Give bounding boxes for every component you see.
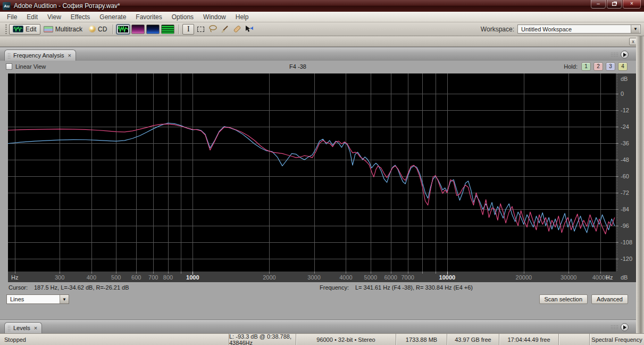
linear-view-checkbox[interactable] <box>6 63 12 70</box>
waveform-display-icon <box>117 25 129 34</box>
advanced-button[interactable]: Advanced <box>591 294 628 304</box>
minimize-button[interactable]: – <box>591 0 606 9</box>
spectral-pan-display-button[interactable] <box>146 24 160 34</box>
chevron-down-icon[interactable]: ▼ <box>631 25 640 33</box>
status-level-readout: L: -93.3 dB @ 0:38.788, 43846Hz <box>229 334 296 345</box>
window-right-edge <box>636 36 644 333</box>
svg-text:10000: 10000 <box>439 274 456 281</box>
app-logo-icon[interactable]: Au <box>3 2 11 10</box>
svg-text:30000: 30000 <box>561 274 577 281</box>
cd-view-label: CD <box>98 26 107 33</box>
status-empty <box>558 334 589 345</box>
svg-text:-36: -36 <box>621 140 629 146</box>
levels-tab-bar: Levels × <box>0 319 636 333</box>
svg-text:-48: -48 <box>621 157 629 163</box>
close-button[interactable]: × <box>623 0 641 9</box>
spot-healing-brush-tool-button[interactable] <box>231 24 243 35</box>
frequency-analysis-controls: Linear View F4 -38 Hold: 1 2 3 4 <box>0 61 636 73</box>
cd-icon <box>89 26 96 32</box>
tab-close-icon[interactable]: × <box>68 53 71 58</box>
cd-view-button[interactable]: CD <box>86 24 110 34</box>
toolbar: Edit Multitrack CD I Workspace: Untitled… <box>0 22 644 36</box>
menu-item-file[interactable]: File <box>2 12 22 22</box>
menu-item-generate[interactable]: Generate <box>95 12 131 22</box>
waveform-icon <box>13 26 23 32</box>
tab-grip-icon <box>7 325 11 331</box>
healing-bandage-icon <box>233 25 241 33</box>
hold-button-3[interactable]: 3 <box>606 62 615 71</box>
levels-tab[interactable]: Levels × <box>4 322 42 333</box>
scan-selection-button[interactable]: Scan selection <box>539 294 588 304</box>
hold-button-4[interactable]: 4 <box>618 62 628 71</box>
svg-text:dB: dB <box>621 76 628 82</box>
edit-view-label: Edit <box>26 26 37 33</box>
svg-text:-96: -96 <box>621 223 629 229</box>
menu-bar: File Edit View Effects Generate Favorite… <box>0 12 644 22</box>
svg-text:500: 500 <box>111 274 121 281</box>
status-bar: Stopped L: -93.3 dB @ 0:38.788, 43846Hz … <box>0 333 644 345</box>
multitrack-view-label: Multitrack <box>55 26 82 33</box>
lasso-selection-tool-button[interactable] <box>207 24 219 35</box>
menu-item-favorites[interactable]: Favorites <box>131 12 166 22</box>
menu-item-options[interactable]: Options <box>167 12 198 22</box>
menu-item-help[interactable]: Help <box>231 12 254 22</box>
tab-grip-icon <box>7 53 11 59</box>
frequency-analysis-tab[interactable]: Frequency Analysis × <box>4 50 76 61</box>
waveform-display-button[interactable] <box>116 24 130 34</box>
hold-button-2[interactable]: 2 <box>593 62 603 71</box>
chevron-down-icon[interactable]: ▼ <box>60 295 69 303</box>
hold-label: Hold: <box>564 63 578 70</box>
svg-text:0: 0 <box>621 91 624 97</box>
frequency-chart[interactable]: 3004005006007008001000200030004000500060… <box>8 73 636 282</box>
toolbar-separator <box>179 24 180 34</box>
paintbrush-icon <box>221 25 229 33</box>
display-mode-select[interactable]: Lines ▼ <box>6 294 69 304</box>
svg-text:Hz: Hz <box>606 274 613 281</box>
frequency-readouts: Cursor: 187.5 Hz, L=-34.62 dB, R=-26.21 … <box>0 283 636 293</box>
svg-text:700: 700 <box>148 274 158 281</box>
hold-button-1[interactable]: 1 <box>581 62 591 71</box>
svg-text:300: 300 <box>55 274 64 281</box>
title-bar: Au Adobe Audition - София Ротару.wav* – … <box>0 0 644 12</box>
status-file-size: 1733.88 MB <box>396 334 447 345</box>
svg-text:-12: -12 <box>621 107 629 113</box>
svg-text:800: 800 <box>163 274 173 281</box>
effects-paintbrush-tool-button[interactable] <box>219 24 231 35</box>
status-sample-format: 96000 • 32-bit • Stereo <box>296 334 396 345</box>
spectral-frequency-display-button[interactable] <box>131 24 145 34</box>
cursor-label: Cursor: <box>9 284 28 291</box>
scrub-tool-button[interactable] <box>244 24 255 35</box>
edit-view-button[interactable]: Edit <box>9 24 40 35</box>
menu-item-window[interactable]: Window <box>198 12 231 22</box>
frequency-value: L= 341.61 Hz (F4 -38), R= 330.84 Hz (E4 … <box>355 284 473 291</box>
restore-button[interactable] <box>607 0 622 9</box>
marquee-selection-tool-button[interactable] <box>195 24 206 35</box>
svg-text:1000: 1000 <box>186 274 199 281</box>
svg-text:-24: -24 <box>621 124 629 130</box>
svg-text:7000: 7000 <box>401 274 414 281</box>
toolbar-grip[interactable] <box>5 24 7 34</box>
panel-menu-button[interactable] <box>621 323 629 331</box>
workspace-select[interactable]: Untitled Workspace ▼ <box>517 24 641 34</box>
svg-text:-72: -72 <box>621 190 629 196</box>
note-readout: F4 -38 <box>266 63 330 70</box>
frequency-chart-svg[interactable]: 3004005006007008001000200030004000500060… <box>8 73 636 282</box>
tab-close-icon[interactable]: × <box>34 325 37 331</box>
frequency-analysis-tab-bar: Frequency Analysis × <box>0 47 636 61</box>
window-title: Adobe Audition - София Ротару.wav* <box>14 2 120 10</box>
dock-strip: x <box>0 36 644 47</box>
svg-text:2000: 2000 <box>263 274 275 281</box>
toolbar-separator <box>113 24 114 34</box>
multitrack-view-button[interactable]: Multitrack <box>40 24 86 34</box>
menu-item-effects[interactable]: Effects <box>66 12 95 22</box>
menu-item-view[interactable]: View <box>43 12 66 22</box>
svg-text:600: 600 <box>131 274 141 281</box>
spectral-phase-display-button[interactable] <box>161 24 174 34</box>
menu-item-edit[interactable]: Edit <box>22 12 43 22</box>
frequency-analysis-tab-label: Frequency Analysis <box>13 52 64 59</box>
lasso-icon <box>208 25 218 33</box>
workspace-label: Workspace: <box>481 26 514 33</box>
svg-text:3000: 3000 <box>307 274 320 281</box>
panel-menu-button[interactable] <box>621 51 629 59</box>
time-selection-tool-button[interactable]: I <box>182 24 194 35</box>
